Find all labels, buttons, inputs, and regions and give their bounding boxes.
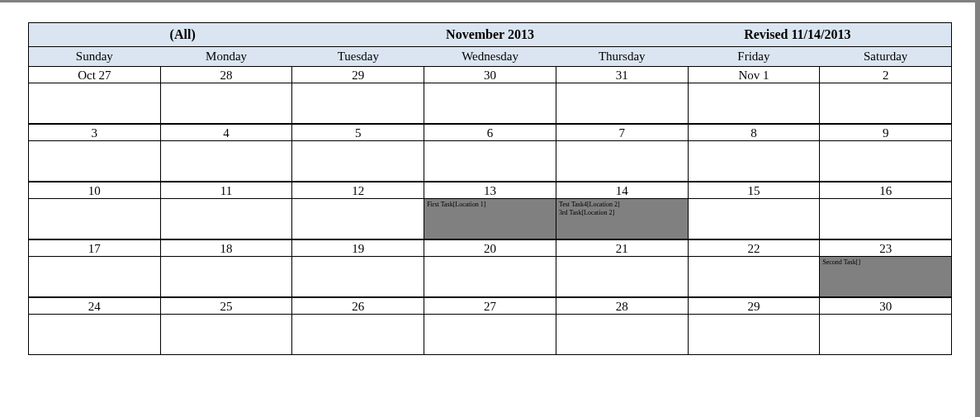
day-body: [556, 83, 688, 123]
day-body: [29, 83, 160, 123]
calendar-day: 27: [424, 298, 556, 354]
date-label: 29: [292, 67, 424, 83]
day-body: [29, 257, 160, 296]
revised-label: Revised 11/14/2013: [644, 23, 951, 46]
event-text: First Task[Location 1]: [427, 201, 553, 209]
date-label: 15: [689, 182, 820, 199]
date-label: 4: [161, 125, 292, 141]
date-label: 3: [29, 125, 160, 141]
day-body: [556, 257, 688, 296]
day-body: [820, 199, 951, 239]
month-title: November 2013: [336, 23, 643, 46]
calendar-week: 17181920212223Second Task[]: [29, 239, 951, 296]
day-header: Friday: [688, 47, 820, 66]
calendar-day: 30: [424, 67, 556, 123]
calendar-day: Oct 27: [29, 67, 160, 123]
day-body: [556, 315, 688, 354]
calendar-day: 29: [688, 298, 820, 354]
calendar-day: 7: [556, 125, 688, 181]
calendar-day: 3: [29, 125, 160, 181]
event-text: Test Task4[Location 2]: [559, 201, 685, 209]
date-label: Oct 27: [29, 67, 160, 83]
calendar-day: 29: [291, 67, 424, 123]
calendar-day: 8: [688, 125, 820, 181]
date-label: 31: [556, 67, 688, 83]
date-label: 28: [161, 67, 292, 83]
date-label: 16: [820, 182, 951, 199]
day-header: Saturday: [819, 47, 951, 66]
calendar-day: 19: [291, 240, 424, 296]
day-body: [29, 315, 160, 354]
day-body: [292, 83, 424, 123]
calendar-day: 24: [29, 298, 160, 354]
page-border-right: [975, 0, 980, 417]
calendar-day: 11: [160, 182, 292, 239]
calendar-day: 26: [291, 298, 424, 354]
calendar-day: 23Second Task[]: [819, 240, 951, 296]
day-header: Thursday: [556, 47, 688, 66]
calendar-day: 6: [424, 125, 556, 181]
calendar-week: 24252627282930: [29, 296, 951, 354]
calendar-day: 10: [29, 182, 160, 239]
day-body: [820, 83, 951, 123]
calendar-title-row: (All) November 2013 Revised 11/14/2013: [28, 22, 952, 47]
calendar-day: 28: [160, 67, 292, 123]
date-label: 9: [820, 125, 951, 141]
calendar-day: 16: [819, 182, 951, 239]
day-body: [689, 83, 820, 123]
day-body: [161, 315, 292, 354]
day-body: [689, 257, 820, 296]
date-label: 2: [820, 67, 951, 83]
date-label: 12: [292, 182, 424, 199]
event-text: 3rd Task[Location 2]: [559, 209, 685, 217]
day-body: [820, 315, 951, 354]
page-border-top: [0, 0, 980, 2]
day-header: Monday: [160, 47, 292, 66]
calendar-week: 10111213First Task[Location 1]14Test Tas…: [29, 181, 951, 239]
day-body: [292, 141, 424, 181]
date-label: 30: [424, 67, 556, 83]
filter-label: (All): [29, 23, 336, 46]
event-text: Second Task[]: [822, 258, 949, 267]
calendar-day: 18: [160, 240, 292, 296]
day-header: Wednesday: [424, 47, 556, 66]
date-label: Nov 1: [689, 67, 820, 83]
day-body: [292, 257, 424, 296]
calendar-day: 17: [29, 240, 160, 296]
calendar-day: 9: [819, 125, 951, 181]
date-label: 29: [689, 298, 820, 315]
date-label: 27: [424, 298, 556, 315]
date-label: 22: [689, 240, 820, 257]
date-label: 13: [424, 182, 556, 199]
date-label: 8: [689, 125, 820, 141]
calendar-day: 13First Task[Location 1]: [424, 182, 556, 239]
date-label: 11: [161, 182, 292, 199]
date-label: 26: [292, 298, 424, 315]
day-body: [29, 141, 160, 181]
date-label: 14: [556, 182, 688, 199]
calendar-week: 3456789: [29, 123, 951, 181]
date-label: 23: [820, 240, 951, 257]
date-label: 10: [29, 182, 160, 199]
calendar-day: 14Test Task4[Location 2]3rd Task[Locatio…: [556, 182, 688, 239]
calendar-day: 21: [556, 240, 688, 296]
date-label: 19: [292, 240, 424, 257]
calendar-week: Oct 2728293031Nov 12: [29, 67, 951, 123]
day-body: [820, 141, 951, 181]
day-body: [161, 141, 292, 181]
day-body: [29, 199, 160, 239]
calendar-grid: Oct 2728293031Nov 12345678910111213First…: [28, 67, 952, 355]
day-header-row: Sunday Monday Tuesday Wednesday Thursday…: [28, 47, 952, 67]
calendar-event: Second Task[]: [820, 257, 951, 296]
date-label: 24: [29, 298, 160, 315]
day-body: [689, 315, 820, 354]
day-body: [161, 257, 292, 296]
calendar-day: 12: [291, 182, 424, 239]
day-body: [689, 141, 820, 181]
calendar-day: Nov 1: [688, 67, 820, 123]
calendar-day: 4: [160, 125, 292, 181]
calendar-day: 30: [819, 298, 951, 354]
day-body: [689, 199, 820, 239]
day-body: [292, 199, 424, 239]
calendar-event: First Task[Location 1]: [424, 199, 556, 239]
